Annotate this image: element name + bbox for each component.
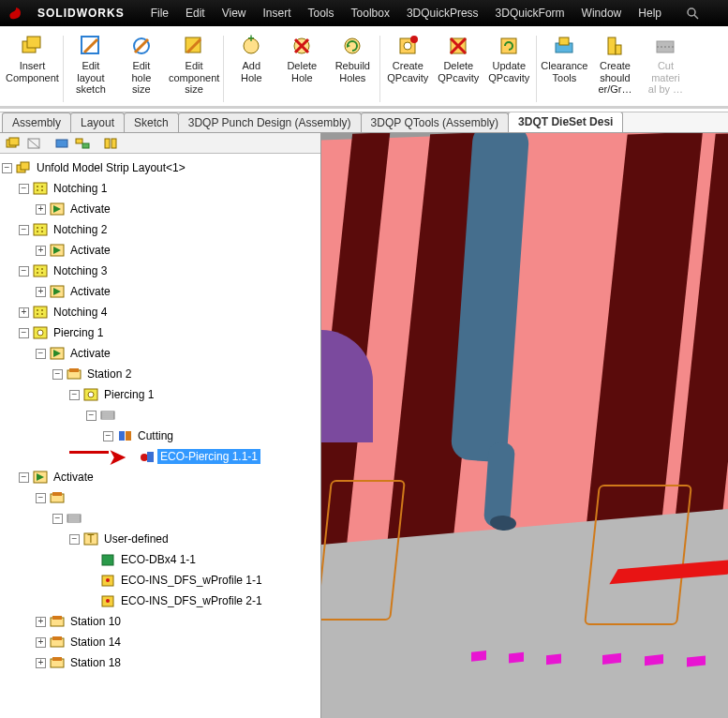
tree-expand-icon[interactable]: − [69,390,80,400]
svg-rect-37 [105,139,110,148]
ribbon-rebuild-holes[interactable]: Rebuild Holes [327,30,378,112]
tree-station-icon [49,635,66,650]
ribbon-insert-component[interactable]: Insert Component [4,30,61,112]
panel-config-icon[interactable] [101,135,120,152]
tree-item[interactable]: −Activate [2,343,319,364]
ribbon-edit-layout-sketch[interactable]: Edit layout sketch [66,30,116,112]
ribbon-update-qpcavity[interactable]: Update QPcavity [483,30,534,112]
feature-tree[interactable]: −Unfold Model Strip Layout<1>−Notching 1… [0,154,320,718]
tree-item[interactable]: +Activate [2,199,319,219]
tree-item[interactable]: −Notching 1 [2,178,319,199]
tree-expand-icon[interactable]: + [36,658,46,668]
tree-item[interactable]: ➤ECO-Piercing 1.1-1 [2,446,319,467]
svg-point-64 [41,309,43,311]
edit-component-size-icon [182,34,206,58]
tree-item-label: Activate [67,284,113,299]
tree-expand-icon[interactable]: + [36,287,46,297]
tree-item[interactable]: +Notching 4 [2,302,319,322]
menu-edit[interactable]: Edit [178,4,213,22]
tree-expand-icon[interactable]: − [103,431,113,441]
tree-item[interactable]: +Station 18 [2,652,319,673]
tree-item[interactable]: ECO-DBx4 1-1 [2,549,319,570]
ribbon-delete-hole[interactable]: Delete Hole [276,30,327,112]
tree-item[interactable]: +Activate [2,240,319,261]
app-brand: SOLIDWORKS [37,7,125,20]
tab-3dqp-qtools-assembly-[interactable]: 3DQP QTools (Assembly) [361,112,509,132]
panel-hide-icon[interactable] [24,135,43,152]
ribbon-add-hole[interactable]: +Add Hole [226,30,276,112]
tab-sketch[interactable]: Sketch [124,112,179,132]
tree-expand-icon[interactable]: − [86,411,97,421]
svg-rect-23 [501,38,516,53]
tree-item[interactable]: − [2,508,319,529]
tree-item[interactable]: +Activate [2,281,319,302]
panel-display-icon[interactable] [52,135,71,152]
tree-expand-icon[interactable]: + [36,637,46,648]
svg-point-63 [37,309,38,311]
panel-filter-icon[interactable] [73,135,92,152]
menu-view[interactable]: View [215,4,254,22]
tree-expand-icon[interactable]: − [19,266,29,277]
ribbon-edit-component-size[interactable]: Edit component size [167,30,221,112]
ribbon-label: Rebuild Holes [335,60,370,83]
panel-assembly-icon[interactable] [4,135,22,152]
tree-item[interactable]: − [2,405,319,426]
tree-none-icon [99,408,116,423]
tree-item[interactable]: −TUser-defined [2,529,319,549]
search-icon[interactable] [686,7,699,20]
menu-help[interactable]: Help [631,4,669,22]
menu-3dquickpress[interactable]: 3DQuickPress [399,4,486,22]
tree-item[interactable]: −Piercing 1 [2,384,319,405]
tree-item[interactable]: +Station 10 [2,611,319,632]
svg-point-50 [41,227,43,229]
tree-expand-icon[interactable]: − [2,163,12,173]
tab-3dqt-dieset-desi[interactable]: 3DQT DieSet Desi [508,112,623,132]
tree-item[interactable]: − [2,487,319,508]
menu-insert[interactable]: Insert [256,4,299,22]
tree-expand-icon[interactable]: − [52,369,63,380]
tree-item[interactable]: −Station 2 [2,364,319,384]
menu-file[interactable]: File [143,4,176,22]
tree-item[interactable]: +Station 14 [2,632,319,652]
ribbon-create-shoulder[interactable]: Create should er/Gr… [589,30,640,112]
tree-expand-icon[interactable]: − [69,534,80,545]
tree-expand-icon[interactable]: − [19,328,29,338]
tree-item-label: Unfold Model Strip Layout<1> [34,160,188,175]
delete-qpcavity-icon [446,34,470,58]
tree-expand-icon[interactable]: − [19,472,29,483]
tree-comp-blue-icon [139,449,156,464]
tree-item[interactable]: −Cutting [2,426,319,446]
svg-point-81 [141,454,148,461]
tree-item[interactable]: ECO-INS_DFS_wProfile 1-1 [2,570,319,591]
menu-window[interactable]: Window [574,4,630,22]
tree-expand-icon[interactable]: + [19,307,29,318]
tree-expand-icon[interactable]: − [19,225,29,235]
create-shoulder-icon [602,34,627,58]
svg-rect-26 [608,37,616,54]
menu-3dquickform[interactable]: 3DQuickForm [488,4,572,22]
tree-expand-icon[interactable]: − [36,349,46,359]
tree-item[interactable]: −Piercing 1 [2,322,319,343]
tree-item[interactable]: −Unfold Model Strip Layout<1> [2,157,319,178]
tree-expand-icon[interactable]: − [52,514,63,524]
tree-expand-icon[interactable]: + [36,246,46,256]
tab-layout[interactable]: Layout [70,112,125,132]
tree-item[interactable]: −Notching 2 [2,219,319,240]
menu-tools[interactable]: Tools [301,4,342,22]
tree-expand-icon[interactable]: − [36,493,46,503]
tree-expand-icon[interactable]: + [36,617,46,627]
tab-3dqp-punch-design-assembly-[interactable]: 3DQP Punch Design (Assembly) [178,112,362,132]
ribbon-edit-hole-size[interactable]: Edit hole size [116,30,167,112]
tree-item[interactable]: ECO-INS_DFS_wProfile 2-1 [2,591,319,611]
tree-expand-icon[interactable]: − [19,184,29,194]
tree-item[interactable]: −Notching 3 [2,261,319,281]
ribbon-create-qpcavity[interactable]: Create QPcavity [382,30,433,112]
tab-assembly[interactable]: Assembly [2,112,71,132]
ribbon-delete-qpcavity[interactable]: Delete QPcavity [433,30,483,112]
tree-cut-icon [116,428,133,443]
tree-expand-icon[interactable]: + [36,204,46,215]
menu-toolbox[interactable]: Toolbox [344,4,397,22]
graphics-viewport[interactable] [321,133,728,718]
tree-item[interactable]: −Activate [2,467,319,487]
ribbon-clearance-tools[interactable]: Clearance Tools [539,30,589,112]
